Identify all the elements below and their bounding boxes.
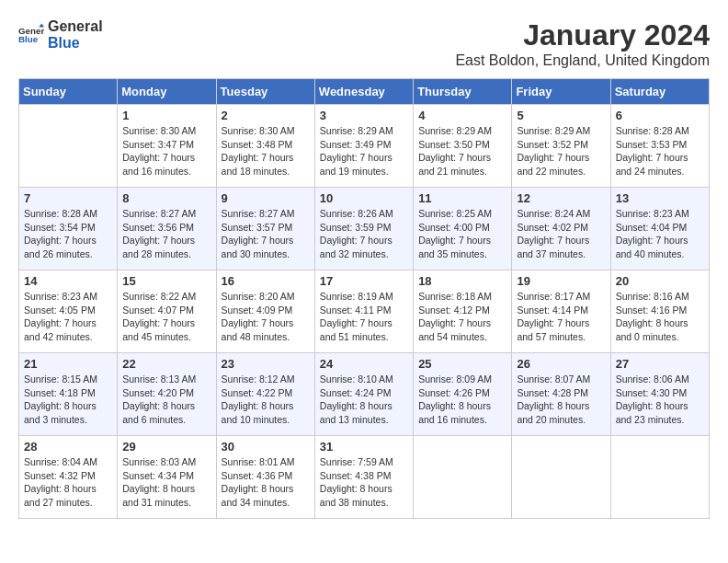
svg-text:Blue: Blue xyxy=(18,34,39,44)
day-info: Sunrise: 8:04 AMSunset: 4:32 PMDaylight:… xyxy=(24,455,112,510)
day-info: Sunrise: 8:16 AMSunset: 4:16 PMDaylight:… xyxy=(616,290,704,344)
logo-icon: General Blue xyxy=(18,22,44,48)
calendar-cell: 19Sunrise: 8:17 AMSunset: 4:14 PMDayligh… xyxy=(512,270,610,353)
day-info: Sunrise: 8:28 AMSunset: 3:53 PMDaylight:… xyxy=(616,124,704,178)
day-info: Sunrise: 8:29 AMSunset: 3:49 PMDaylight:… xyxy=(320,124,408,178)
day-info: Sunrise: 8:09 AMSunset: 4:26 PMDaylight:… xyxy=(418,373,506,427)
calendar-cell: 15Sunrise: 8:22 AMSunset: 4:07 PMDayligh… xyxy=(118,270,216,353)
day-number: 7 xyxy=(24,191,112,205)
column-header-friday: Friday xyxy=(512,79,610,105)
day-number: 21 xyxy=(24,357,112,371)
day-info: Sunrise: 8:27 AMSunset: 3:56 PMDaylight:… xyxy=(122,207,210,261)
day-info: Sunrise: 8:22 AMSunset: 4:07 PMDaylight:… xyxy=(122,290,210,344)
day-number: 3 xyxy=(320,109,408,122)
calendar-cell: 30Sunrise: 8:01 AMSunset: 4:36 PMDayligh… xyxy=(216,436,314,519)
calendar-cell: 20Sunrise: 8:16 AMSunset: 4:16 PMDayligh… xyxy=(610,270,709,353)
calendar-cell xyxy=(610,436,709,519)
day-number: 14 xyxy=(24,274,112,288)
day-info: Sunrise: 8:07 AMSunset: 4:28 PMDaylight:… xyxy=(517,373,605,427)
calendar-cell xyxy=(512,436,610,519)
calendar-cell xyxy=(19,105,118,188)
calendar-cell: 14Sunrise: 8:23 AMSunset: 4:05 PMDayligh… xyxy=(19,270,118,353)
column-header-saturday: Saturday xyxy=(610,79,709,105)
column-header-tuesday: Tuesday xyxy=(216,79,314,105)
day-info: Sunrise: 8:28 AMSunset: 3:54 PMDaylight:… xyxy=(24,207,112,261)
calendar-cell: 28Sunrise: 8:04 AMSunset: 4:32 PMDayligh… xyxy=(19,436,118,519)
calendar-cell: 22Sunrise: 8:13 AMSunset: 4:20 PMDayligh… xyxy=(118,353,216,436)
calendar-cell: 26Sunrise: 8:07 AMSunset: 4:28 PMDayligh… xyxy=(512,353,610,436)
day-info: Sunrise: 8:13 AMSunset: 4:20 PMDaylight:… xyxy=(122,373,210,427)
day-number: 23 xyxy=(222,357,310,371)
day-number: 2 xyxy=(222,109,310,122)
calendar-cell: 5Sunrise: 8:29 AMSunset: 3:52 PMDaylight… xyxy=(512,105,610,188)
day-number: 17 xyxy=(320,274,408,288)
day-number: 30 xyxy=(222,440,310,454)
day-number: 26 xyxy=(517,357,605,371)
calendar-cell: 17Sunrise: 8:19 AMSunset: 4:11 PMDayligh… xyxy=(314,270,413,353)
day-info: Sunrise: 8:18 AMSunset: 4:12 PMDaylight:… xyxy=(418,290,506,344)
day-info: Sunrise: 8:29 AMSunset: 3:52 PMDaylight:… xyxy=(517,124,605,178)
day-info: Sunrise: 8:26 AMSunset: 3:59 PMDaylight:… xyxy=(320,207,408,261)
day-number: 11 xyxy=(418,191,506,205)
calendar-cell: 2Sunrise: 8:30 AMSunset: 3:48 PMDaylight… xyxy=(216,105,314,188)
day-info: Sunrise: 8:24 AMSunset: 4:02 PMDaylight:… xyxy=(517,207,605,261)
day-number: 24 xyxy=(320,357,408,371)
calendar-cell: 11Sunrise: 8:25 AMSunset: 4:00 PMDayligh… xyxy=(414,188,512,270)
location-title: East Boldon, England, United Kingdom xyxy=(455,52,710,69)
day-number: 1 xyxy=(122,109,210,122)
day-info: Sunrise: 8:29 AMSunset: 3:50 PMDaylight:… xyxy=(418,124,506,178)
day-number: 22 xyxy=(122,357,210,371)
calendar-cell: 21Sunrise: 8:15 AMSunset: 4:18 PMDayligh… xyxy=(19,353,118,436)
calendar-cell: 1Sunrise: 8:30 AMSunset: 3:47 PMDaylight… xyxy=(118,105,216,188)
day-number: 15 xyxy=(122,274,210,288)
month-title: January 2024 xyxy=(455,18,710,52)
calendar-cell: 27Sunrise: 8:06 AMSunset: 4:30 PMDayligh… xyxy=(610,353,709,436)
day-number: 12 xyxy=(517,191,605,205)
day-info: Sunrise: 8:30 AMSunset: 3:48 PMDaylight:… xyxy=(222,124,310,178)
calendar-cell: 24Sunrise: 8:10 AMSunset: 4:24 PMDayligh… xyxy=(314,353,413,436)
calendar-cell: 7Sunrise: 8:28 AMSunset: 3:54 PMDaylight… xyxy=(19,188,118,270)
column-header-wednesday: Wednesday xyxy=(314,79,413,105)
calendar-cell: 13Sunrise: 8:23 AMSunset: 4:04 PMDayligh… xyxy=(610,188,709,270)
day-info: Sunrise: 8:06 AMSunset: 4:30 PMDaylight:… xyxy=(616,373,704,427)
day-info: Sunrise: 8:17 AMSunset: 4:14 PMDaylight:… xyxy=(517,290,605,344)
day-info: Sunrise: 7:59 AMSunset: 4:38 PMDaylight:… xyxy=(320,455,408,510)
day-number: 13 xyxy=(616,191,704,205)
day-number: 20 xyxy=(616,274,704,288)
day-info: Sunrise: 8:20 AMSunset: 4:09 PMDaylight:… xyxy=(222,290,310,344)
day-info: Sunrise: 8:30 AMSunset: 3:47 PMDaylight:… xyxy=(122,124,210,178)
day-number: 19 xyxy=(517,274,605,288)
calendar-cell: 3Sunrise: 8:29 AMSunset: 3:49 PMDaylight… xyxy=(314,105,413,188)
calendar-cell: 25Sunrise: 8:09 AMSunset: 4:26 PMDayligh… xyxy=(414,353,512,436)
calendar-cell: 10Sunrise: 8:26 AMSunset: 3:59 PMDayligh… xyxy=(314,188,413,270)
calendar-cell: 29Sunrise: 8:03 AMSunset: 4:34 PMDayligh… xyxy=(118,436,216,519)
day-info: Sunrise: 8:12 AMSunset: 4:22 PMDaylight:… xyxy=(222,373,310,427)
calendar-cell: 4Sunrise: 8:29 AMSunset: 3:50 PMDaylight… xyxy=(414,105,512,188)
day-number: 5 xyxy=(517,109,605,122)
calendar-cell: 23Sunrise: 8:12 AMSunset: 4:22 PMDayligh… xyxy=(216,353,314,436)
day-number: 31 xyxy=(320,440,408,454)
calendar-cell: 16Sunrise: 8:20 AMSunset: 4:09 PMDayligh… xyxy=(216,270,314,353)
day-info: Sunrise: 8:15 AMSunset: 4:18 PMDaylight:… xyxy=(24,373,112,427)
calendar-cell: 8Sunrise: 8:27 AMSunset: 3:56 PMDaylight… xyxy=(118,188,216,270)
day-number: 18 xyxy=(418,274,506,288)
calendar-cell: 18Sunrise: 8:18 AMSunset: 4:12 PMDayligh… xyxy=(414,270,512,353)
column-header-thursday: Thursday xyxy=(414,79,512,105)
calendar-cell: 12Sunrise: 8:24 AMSunset: 4:02 PMDayligh… xyxy=(512,188,610,270)
column-header-sunday: Sunday xyxy=(19,79,118,105)
day-number: 16 xyxy=(222,274,310,288)
page-header: General Blue General Blue January 2024 E… xyxy=(18,18,710,69)
day-info: Sunrise: 8:23 AMSunset: 4:05 PMDaylight:… xyxy=(24,290,112,344)
calendar-cell: 9Sunrise: 8:27 AMSunset: 3:57 PMDaylight… xyxy=(216,188,314,270)
day-info: Sunrise: 8:27 AMSunset: 3:57 PMDaylight:… xyxy=(222,207,310,261)
logo: General Blue General Blue xyxy=(18,18,103,51)
title-area: January 2024 East Boldon, England, Unite… xyxy=(455,18,710,69)
day-info: Sunrise: 8:25 AMSunset: 4:00 PMDaylight:… xyxy=(418,207,506,261)
day-info: Sunrise: 8:19 AMSunset: 4:11 PMDaylight:… xyxy=(320,290,408,344)
calendar-cell: 31Sunrise: 7:59 AMSunset: 4:38 PMDayligh… xyxy=(314,436,413,519)
column-header-monday: Monday xyxy=(118,79,216,105)
calendar-cell: 6Sunrise: 8:28 AMSunset: 3:53 PMDaylight… xyxy=(610,105,709,188)
logo-blue: Blue xyxy=(48,35,103,52)
day-number: 27 xyxy=(616,357,704,371)
day-info: Sunrise: 8:23 AMSunset: 4:04 PMDaylight:… xyxy=(616,207,704,261)
